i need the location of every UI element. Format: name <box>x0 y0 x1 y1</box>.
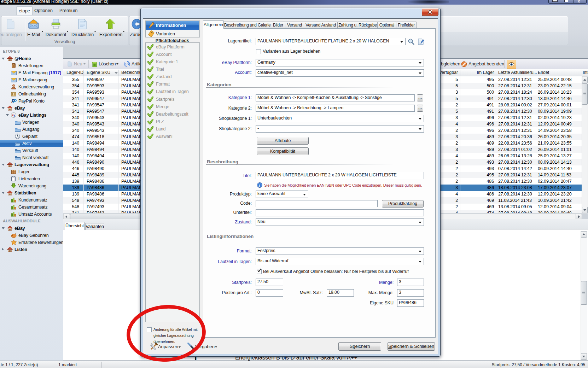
svg-text:y: y <box>13 113 15 117</box>
svg-text:P: P <box>13 98 17 104</box>
